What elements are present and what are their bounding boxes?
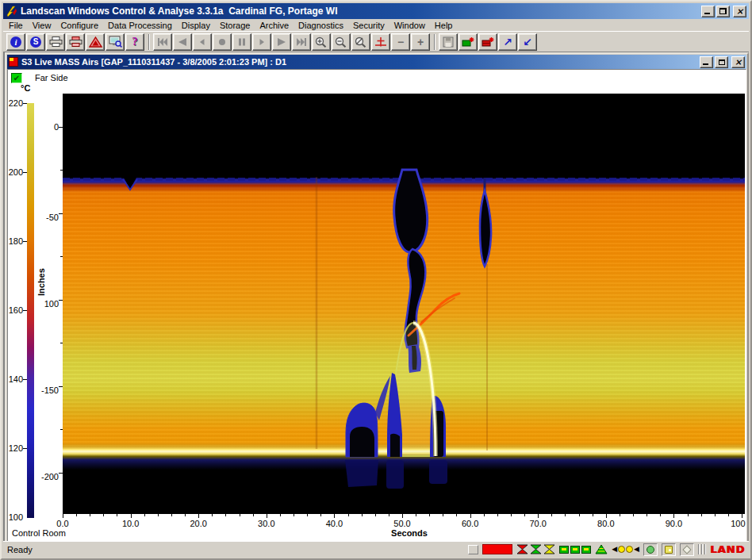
- hopper-red-icon[interactable]: [516, 544, 528, 554]
- close-button[interactable]: ×: [733, 6, 746, 17]
- arrow-down-left-button[interactable]: ↙: [518, 33, 537, 51]
- save-button[interactable]: [439, 33, 458, 51]
- pause-button[interactable]: [232, 33, 251, 51]
- skip-end-button[interactable]: [292, 33, 311, 51]
- toolbar: i S: [3, 31, 749, 52]
- zoom-reset-icon: [355, 36, 367, 48]
- colorbar-ticks: [23, 103, 27, 518]
- minimize-button[interactable]: [701, 6, 715, 17]
- x-axis-minor-ticks: [63, 514, 742, 516]
- print-alarm-button[interactable]: [66, 33, 85, 51]
- thermal-viewer: ✔ Far Side °C 220 200 180 160 140 120 10…: [7, 69, 746, 542]
- menu-storage[interactable]: Storage: [216, 20, 255, 31]
- menu-diagnostics[interactable]: Diagnostics: [294, 20, 347, 31]
- roller-indicator-icon[interactable]: ◀ ◀: [612, 546, 639, 553]
- land-logo: LAND: [710, 543, 745, 555]
- help-icon: ?: [132, 36, 138, 48]
- menu-display[interactable]: Display: [178, 20, 214, 31]
- capture-green-button[interactable]: [458, 33, 478, 51]
- step-forward-button[interactable]: [252, 33, 271, 51]
- alarm-triangle-icon: [89, 36, 102, 48]
- hopper-yellow-icon[interactable]: [543, 544, 555, 554]
- record-icon: [217, 37, 228, 47]
- conveyor-segment-icon[interactable]: [559, 546, 569, 554]
- x-tick-label: 30.0: [258, 519, 274, 528]
- capture-red-icon: [482, 36, 494, 48]
- control-room-label: Control Room: [12, 528, 66, 538]
- child-maximize-button[interactable]: [715, 56, 728, 68]
- conveyor-segment-icon[interactable]: [570, 546, 580, 554]
- child-minimize-button[interactable]: [700, 56, 713, 68]
- minus-icon: −: [397, 36, 404, 48]
- thermal-plot[interactable]: [63, 94, 745, 514]
- menu-bar: File View Configure Data Processing Disp…: [3, 19, 749, 31]
- menu-file[interactable]: File: [5, 20, 27, 31]
- colorbar-tick-label: 200: [7, 167, 23, 177]
- menu-window[interactable]: Window: [390, 20, 429, 31]
- screen-search-button[interactable]: [106, 33, 125, 51]
- skip-start-button[interactable]: [153, 33, 172, 51]
- menu-help[interactable]: Help: [431, 20, 457, 31]
- menu-view[interactable]: View: [29, 20, 56, 31]
- x-tick-label: 40.0: [326, 519, 343, 528]
- decrease-button[interactable]: −: [391, 33, 410, 51]
- zoom-in-button[interactable]: [312, 33, 331, 51]
- system-button[interactable]: S: [26, 33, 45, 51]
- child-window: S3 Live MASS Airs [GAP_1110311437 - 3/8/…: [5, 52, 749, 544]
- status-message: Ready: [7, 545, 468, 554]
- restore-button[interactable]: [716, 6, 730, 17]
- record-button[interactable]: [213, 33, 232, 51]
- far-side-label: Far Side: [35, 73, 68, 82]
- print-alarm-icon: [69, 36, 82, 47]
- info-button[interactable]: i: [6, 33, 25, 51]
- screen-search-icon: [109, 36, 122, 48]
- step-back-button[interactable]: [193, 33, 212, 51]
- zoom-reset-button[interactable]: [351, 33, 370, 51]
- colorbar-unit-label: °C: [21, 83, 30, 93]
- capture-red-button[interactable]: [478, 33, 497, 51]
- alarm-bar-red-icon[interactable]: [482, 544, 512, 554]
- fast-forward-button[interactable]: [272, 33, 291, 51]
- app-title: Landscan Windows Control & Analyse 3.3.1…: [21, 6, 701, 17]
- toolbar-separator: [434, 34, 435, 50]
- alarm-triangle-button[interactable]: [86, 33, 105, 51]
- status-square-yellow-icon[interactable]: [662, 543, 676, 556]
- arrow-down-left-icon: ↙: [523, 36, 532, 48]
- roller-circle-icon: [626, 546, 633, 553]
- far-side-checkbox[interactable]: ✔: [11, 73, 22, 83]
- increase-button[interactable]: +: [411, 33, 430, 51]
- arrow-up-right-button[interactable]: ↗: [498, 33, 517, 51]
- zoom-out-button[interactable]: [332, 33, 351, 51]
- status-circle-green-icon[interactable]: [643, 543, 658, 556]
- help-button[interactable]: ?: [125, 33, 144, 51]
- x-tick-label: 0.0: [56, 519, 68, 528]
- menu-configure[interactable]: Configure: [56, 20, 102, 31]
- temperature-colorbar: [27, 103, 34, 518]
- x-tick-label: 70.0: [529, 519, 546, 528]
- y-tick-label: -200: [38, 472, 59, 481]
- step-back-icon: [197, 37, 208, 47]
- menu-security[interactable]: Security: [349, 20, 389, 31]
- print-button[interactable]: [46, 33, 65, 51]
- menu-archive[interactable]: Archive: [255, 20, 293, 31]
- conveyor-segment-icon[interactable]: [581, 546, 591, 554]
- child-window-icon: [9, 57, 18, 67]
- minimize-icon: [704, 13, 710, 14]
- crosshair-button[interactable]: [371, 33, 390, 51]
- rewind-button[interactable]: [173, 33, 192, 51]
- hopper-green-icon[interactable]: [530, 544, 542, 554]
- skip-start-icon: [157, 37, 168, 47]
- child-close-button[interactable]: ×: [731, 56, 745, 68]
- print-icon: [49, 36, 63, 47]
- stack-triangle-green-icon[interactable]: [595, 544, 608, 554]
- minimize-icon: [703, 63, 708, 65]
- restore-icon: [719, 8, 727, 14]
- y-tick-label: -150: [38, 385, 59, 395]
- colorbar-tick-label: 180: [7, 236, 23, 246]
- y-tick-label: 0: [38, 122, 59, 132]
- status-diamond-white-icon[interactable]: [680, 543, 694, 556]
- zoom-in-icon: [315, 36, 328, 48]
- menu-data-processing[interactable]: Data Processing: [104, 20, 176, 31]
- x-tick-label: 80.0: [597, 519, 614, 528]
- divider-bars: [698, 544, 706, 554]
